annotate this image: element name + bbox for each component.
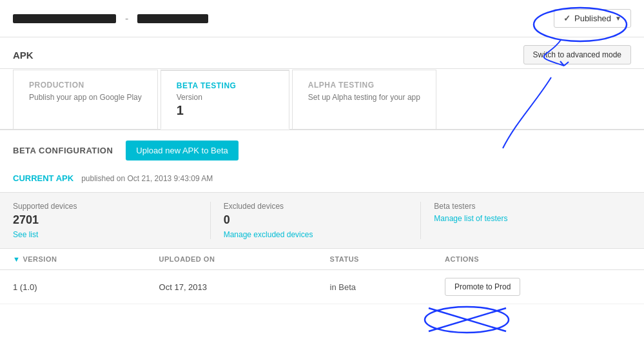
stat-supported-devices: Supported devices 2701 See list [13, 202, 210, 239]
svg-line-3 [429, 308, 506, 331]
stat-excluded-value: 0 [224, 213, 408, 227]
header-left: - [13, 13, 208, 24]
published-label: Published [574, 14, 611, 23]
cell-version: 1 (1.0) [0, 270, 146, 304]
manage-testers-link[interactable]: Manage list of testers [434, 214, 507, 223]
apk-title: APK [13, 50, 34, 61]
beta-config-header: BETA CONFIGURATION Upload new APK to Bet… [0, 130, 644, 168]
col-actions: ACTIONS [432, 249, 644, 270]
header: - ✓ Published ▼ [0, 0, 644, 37]
dropdown-arrow-icon: ▼ [615, 15, 621, 22]
status-badge: in Beta [330, 282, 356, 292]
tab-beta-version-label: Version [177, 93, 273, 102]
col-status: STATUS [317, 249, 432, 270]
sort-arrow-icon: ▼ [13, 255, 20, 263]
beta-config-title: BETA CONFIGURATION [13, 146, 113, 155]
manage-excluded-link[interactable]: Manage excluded devices [224, 230, 313, 239]
cell-actions: Promote to Prod [432, 270, 644, 304]
published-button[interactable]: ✓ Published ▼ [554, 9, 631, 28]
stat-beta-testers: Beta testers Manage list of testers [420, 202, 631, 239]
stat-testers-label: Beta testers [434, 202, 618, 211]
logo-bar [13, 14, 116, 23]
upload-apk-button[interactable]: Upload new APK to Beta [126, 141, 238, 160]
cell-uploaded-on: Oct 17, 2013 [146, 270, 317, 304]
tabs-row: PRODUCTION Publish your app on Google Pl… [0, 69, 644, 130]
svg-line-2 [429, 308, 506, 331]
current-apk-label: CURRENT APK [13, 173, 73, 183]
tab-production-label: PRODUCTION [29, 81, 142, 90]
svg-point-1 [425, 307, 509, 333]
tab-production[interactable]: PRODUCTION Publish your app on Google Pl… [13, 70, 158, 130]
published-button-wrapper[interactable]: ✓ Published ▼ [554, 9, 631, 28]
tab-production-sub: Publish your app on Google Play [29, 92, 142, 103]
cell-status: in Beta [317, 270, 432, 304]
apk-header: APK Switch to advanced mode [0, 37, 644, 69]
stat-excluded-label: Excluded devices [224, 202, 408, 211]
tab-beta[interactable]: BETA TESTING Version 1 [161, 70, 289, 130]
table-row: 1 (1.0) Oct 17, 2013 in Beta Promote to … [0, 270, 644, 304]
tab-alpha[interactable]: ALPHA TESTING Set up Alpha testing for y… [292, 70, 436, 130]
col-uploaded-on: UPLOADED ON [146, 249, 317, 270]
stats-row: Supported devices 2701 See list Excluded… [0, 192, 644, 249]
table-header-row: ▼ VERSION UPLOADED ON STATUS ACTIONS [0, 249, 644, 270]
header-separator: - [125, 13, 128, 24]
stat-supported-value: 2701 [13, 213, 197, 227]
tab-beta-label: BETA TESTING [177, 81, 273, 90]
see-list-link[interactable]: See list [13, 230, 38, 239]
app-name-bar [137, 14, 208, 23]
tab-beta-version-num: 1 [177, 103, 273, 118]
stat-excluded-devices: Excluded devices 0 Manage excluded devic… [210, 202, 421, 239]
current-apk-date: published on Oct 21, 2013 9:43:09 AM [81, 174, 213, 183]
promote-to-prod-button[interactable]: Promote to Prod [445, 278, 520, 296]
check-icon: ✓ [563, 14, 571, 23]
switch-advanced-button[interactable]: Switch to advanced mode [523, 45, 631, 64]
apk-table: ▼ VERSION UPLOADED ON STATUS ACTIONS 1 (… [0, 249, 644, 304]
tab-alpha-label: ALPHA TESTING [308, 81, 420, 90]
tab-alpha-sub: Set up Alpha testing for your app [308, 92, 420, 103]
col-version[interactable]: ▼ VERSION [0, 249, 146, 269]
current-apk-row: CURRENT APK published on Oct 21, 2013 9:… [0, 168, 644, 192]
stat-supported-label: Supported devices [13, 202, 197, 211]
